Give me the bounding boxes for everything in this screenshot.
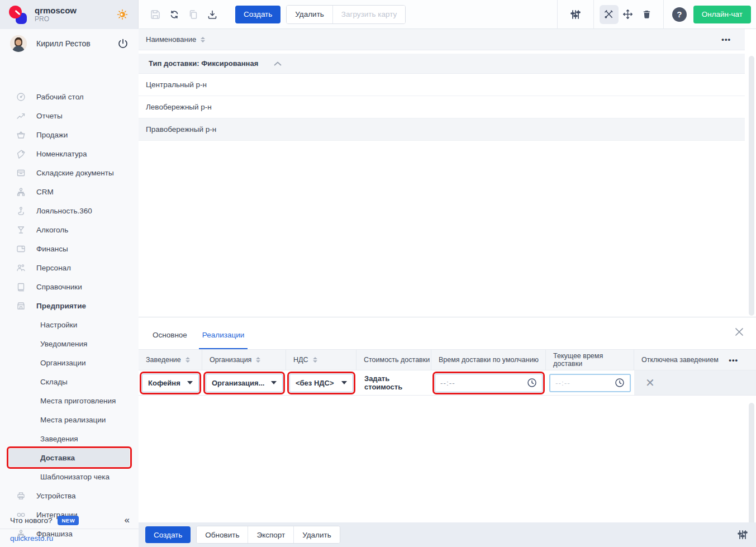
- sidebar-nav: Рабочий стол Отчеты Продажи Номенклатура…: [0, 87, 139, 543]
- sidebar-item-delivery[interactable]: Доставка: [9, 449, 130, 467]
- sidebar-item-crm[interactable]: CRM: [0, 182, 139, 201]
- table-menu-icon[interactable]: •••: [721, 35, 731, 44]
- venue-select[interactable]: Кофейня: [142, 374, 199, 392]
- sidebar-item-label: Предприятие: [36, 302, 86, 310]
- sidebar-item-enterprise[interactable]: Предприятие: [0, 296, 139, 315]
- detail-table-menu-icon[interactable]: •••: [729, 356, 738, 364]
- col-organization-label: Организация: [210, 356, 251, 364]
- sidebar-item-venues[interactable]: Заведения: [0, 429, 139, 448]
- tab-main[interactable]: Основное: [153, 331, 187, 349]
- current-delivery-time-input[interactable]: --:--: [549, 374, 631, 392]
- footer-delete-button[interactable]: Удалить: [293, 526, 340, 543]
- footer-create-button[interactable]: Создать: [145, 526, 191, 543]
- sort-icon[interactable]: [256, 357, 260, 363]
- sidebar-item-label: Алкоголь: [36, 226, 68, 234]
- user-name: Кирилл Рестов: [36, 39, 117, 48]
- book-icon: [16, 282, 26, 292]
- sidebar-item-label: Лояльность.360: [36, 207, 92, 215]
- table-row[interactable]: Правобережный р-н: [139, 118, 745, 141]
- col-current-time-label: Текущее время доставки: [553, 352, 634, 368]
- table-row[interactable]: Центральный р-н: [139, 74, 745, 96]
- sidebar-item-label: Отчеты: [36, 112, 63, 120]
- sidebar-item-finance[interactable]: Финансы: [0, 239, 139, 258]
- create-button[interactable]: Создать: [235, 6, 280, 23]
- footer-export-button[interactable]: Экспорт: [248, 526, 293, 543]
- detail-table-header: Заведение Организация НДС Стоимость дост…: [139, 349, 756, 370]
- tools-mode-button[interactable]: [600, 5, 619, 24]
- theme-toggle-icon[interactable]: [117, 9, 128, 20]
- sidebar-item-label: Организации: [40, 359, 86, 367]
- online-chat-button[interactable]: Онлайн-чат: [693, 6, 751, 23]
- default-delivery-time-input[interactable]: --:--: [435, 374, 543, 392]
- sidebar-item-reports[interactable]: Отчеты: [0, 106, 139, 125]
- col-venue-label: Заведение: [146, 356, 181, 364]
- sidebar-item-sale-places[interactable]: Места реализации: [0, 410, 139, 429]
- reports-icon: [16, 111, 26, 121]
- collapse-sidebar-icon[interactable]: «: [125, 515, 130, 526]
- col-disabled-by-venue-label: Отключена заведением: [641, 356, 719, 364]
- delete-button[interactable]: Удалить: [287, 6, 332, 23]
- vat-select[interactable]: <без НДС>: [289, 374, 353, 392]
- logout-icon[interactable]: [117, 38, 129, 49]
- download-button[interactable]: [203, 5, 222, 24]
- save-button[interactable]: [146, 5, 165, 24]
- close-panel-icon[interactable]: [734, 326, 745, 337]
- dashboard-icon: [16, 92, 26, 102]
- sidebar-item-settings[interactable]: Настройки: [0, 315, 139, 334]
- sidebar-item-sales[interactable]: Продажи: [0, 125, 139, 144]
- footer-toolbar: Создать Обновить Экспорт Удалить: [139, 522, 756, 547]
- load-map-button[interactable]: Загрузить карту: [332, 6, 405, 23]
- group-row-label: Тип доставки: Фиксированная: [149, 59, 258, 68]
- chevron-down-icon: [187, 381, 193, 384]
- tab-realizations[interactable]: Реализации: [202, 331, 244, 349]
- plan-badge: PRO: [35, 16, 77, 23]
- sidebar-item-label: Номенклатура: [36, 150, 87, 158]
- sidebar-item-receipt-templater[interactable]: Шаблонизатор чека: [0, 467, 139, 486]
- sidebar-item-alcohol[interactable]: Алкоголь: [0, 220, 139, 239]
- footer-refresh-button[interactable]: Обновить: [197, 526, 248, 543]
- sidebar-item-staff[interactable]: Персонал: [0, 258, 139, 277]
- sidebar-item-label: Настройки: [40, 321, 77, 329]
- set-cost-button[interactable]: Задать стоимость: [360, 374, 428, 391]
- column-name-label: Наименование: [146, 35, 196, 44]
- trash-icon[interactable]: [638, 5, 657, 24]
- sidebar-item-nomenclature[interactable]: Номенклатура: [0, 144, 139, 163]
- group-row-delivery-type[interactable]: Тип доставки: Фиксированная: [139, 54, 745, 74]
- copy-button[interactable]: [184, 5, 203, 24]
- sidebar-item-dashboard[interactable]: Рабочий стол: [0, 87, 139, 106]
- remove-row-icon[interactable]: ✕: [645, 377, 655, 388]
- sidebar-item-devices[interactable]: Устройства: [0, 486, 139, 505]
- storefront-icon: [16, 301, 26, 311]
- main-scrollbar[interactable]: [749, 56, 754, 316]
- chevron-up-icon[interactable]: [274, 61, 282, 66]
- sidebar-item-notifications[interactable]: Уведомления: [0, 334, 139, 353]
- sidebar-item-organizations[interactable]: Организации: [0, 353, 139, 372]
- sidebar-item-directories[interactable]: Справочники: [0, 277, 139, 296]
- column-settings-icon[interactable]: [566, 5, 585, 24]
- time-placeholder: --:--: [440, 379, 455, 387]
- sort-icon[interactable]: [201, 37, 205, 42]
- sidebar-item-label: Финансы: [36, 245, 68, 253]
- quickresto-link[interactable]: quickresto.ru: [0, 529, 139, 547]
- organization-value: Организация...: [212, 379, 264, 387]
- whats-new-link[interactable]: Что нового? NEW «: [0, 512, 139, 529]
- table-row[interactable]: Левобережный р-н: [139, 96, 745, 118]
- sidebar-item-cooking-places[interactable]: Места приготовления: [0, 391, 139, 410]
- detail-table-row: Кофейня Организация... <без НДС>: [139, 370, 756, 396]
- footer-column-settings-icon[interactable]: [737, 529, 748, 540]
- sidebar-item-warehouse-docs[interactable]: Складские документы: [0, 163, 139, 182]
- sort-icon[interactable]: [186, 357, 190, 363]
- app-logo: [8, 4, 28, 25]
- sidebar-item-loyalty[interactable]: Лояльность.360: [0, 201, 139, 220]
- sidebar-item-label: Места приготовления: [40, 397, 116, 405]
- move-mode-button[interactable]: [619, 5, 638, 24]
- refresh-button[interactable]: [165, 5, 184, 24]
- sidebar-item-label: Продажи: [36, 131, 68, 139]
- organization-select[interactable]: Организация...: [206, 374, 283, 392]
- sort-icon[interactable]: [313, 357, 317, 363]
- help-icon[interactable]: ?: [672, 7, 687, 22]
- time-placeholder: --:--: [555, 379, 570, 387]
- top-toolbar: Создать Удалить Загрузить карту: [139, 0, 756, 29]
- sidebar-item-warehouses[interactable]: Склады: [0, 372, 139, 391]
- venue-value: Кофейня: [148, 379, 180, 387]
